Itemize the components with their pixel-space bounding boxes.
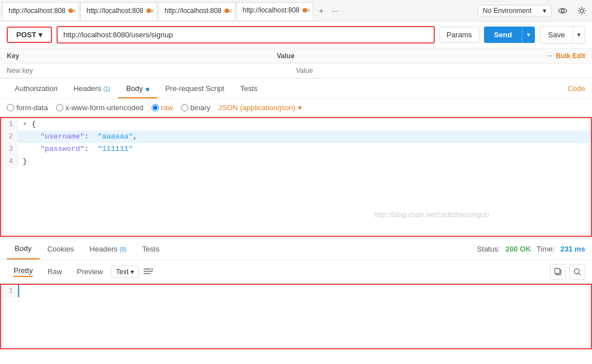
tab-body[interactable]: Body: [118, 79, 157, 98]
more-icon[interactable]: ···: [547, 52, 552, 60]
response-section: Body Cookies Headers (8) Tests Status: 2…: [0, 237, 592, 349]
tab-1[interactable]: http://localhost:808 ✕: [2, 2, 79, 19]
resp-line-1: 1: [1, 285, 591, 297]
binary-option[interactable]: binary: [181, 103, 210, 112]
line-num-4: 4: [1, 155, 18, 168]
add-tab-button[interactable]: +: [314, 4, 328, 18]
raw-tab[interactable]: Raw: [41, 265, 69, 279]
tab-authorization[interactable]: Authorization: [7, 79, 66, 98]
raw-label: Raw: [47, 267, 62, 276]
save-button[interactable]: Save: [539, 26, 573, 44]
tab-tests[interactable]: Tests: [232, 79, 265, 98]
copy-response-button[interactable]: [550, 264, 566, 280]
svg-point-1: [561, 9, 564, 12]
headers-badge: (1): [103, 86, 110, 92]
resp-tab-body[interactable]: Body: [7, 239, 40, 259]
kv-new-key-input[interactable]: [7, 67, 296, 75]
line-content-3: "password": "111111": [18, 143, 591, 155]
response-status: Status: 200 OK Time: 231 ms: [477, 245, 585, 253]
tab-prerequest[interactable]: Pre-request Script: [157, 79, 232, 98]
params-button[interactable]: Params: [439, 27, 479, 43]
binary-radio[interactable]: [181, 104, 188, 111]
tab-headers-label: Headers: [74, 84, 101, 93]
request-body-editor[interactable]: 1 ▾ { 2 "username": "aaaaaa", 3 "passwor…: [0, 117, 592, 237]
svg-point-2: [580, 9, 584, 12]
resp-tab-cookies[interactable]: Cookies: [40, 239, 82, 259]
urlencoded-radio[interactable]: [56, 104, 63, 111]
status-value: 200 OK: [505, 245, 531, 253]
json-type-selector[interactable]: JSON (application/json) ▾: [218, 103, 302, 112]
url-input[interactable]: [57, 26, 435, 44]
eye-icon[interactable]: [555, 3, 571, 19]
tab-3-close[interactable]: ✕: [228, 8, 232, 14]
tab-4[interactable]: http://localhost:808 ✕: [236, 2, 313, 19]
response-body[interactable]: 1: [0, 284, 592, 349]
wrap-button[interactable]: [140, 264, 156, 280]
method-label: POST: [16, 31, 36, 39]
format-label: Text: [116, 268, 128, 276]
format-selector[interactable]: Text ▾: [111, 266, 139, 278]
env-selector[interactable]: No Environment ▾: [478, 5, 551, 16]
collapse-icon[interactable]: ▾: [23, 120, 27, 128]
tab-4-label: http://localhost:808: [243, 6, 299, 14]
kv-table: Key Value ··· Bulk Edit: [0, 49, 592, 79]
code-line-3: 3 "password": "111111": [1, 143, 591, 155]
tab-2-close[interactable]: ✕: [150, 8, 154, 14]
kv-header: Key Value ··· Bulk Edit: [0, 49, 592, 64]
method-selector[interactable]: POST ▾: [7, 27, 52, 43]
resp-tab-tests[interactable]: Tests: [135, 239, 167, 259]
resp-empty-space: [1, 297, 591, 348]
form-data-option[interactable]: form-data: [7, 103, 48, 112]
env-section: No Environment ▾: [478, 3, 590, 19]
line-content-2: "username": "aaaaaa",: [18, 131, 591, 143]
tab-3-label: http://localhost:808: [165, 7, 221, 15]
code-line-4: 4 }: [1, 155, 591, 168]
url-bar: POST ▾ Params Send ▾ Save ▾: [0, 21, 592, 49]
pretty-tab[interactable]: Pretty: [7, 263, 40, 280]
json-type-label: JSON (application/json): [218, 103, 296, 112]
body-type-bar: form-data x-www-form-urlencoded raw bina…: [0, 99, 592, 117]
line-num-1: 1: [1, 118, 18, 131]
tab-1-close[interactable]: ✕: [72, 8, 76, 14]
resp-line-num-1: 1: [1, 285, 18, 297]
search-response-button[interactable]: [569, 264, 585, 280]
val-password: "111111": [98, 145, 133, 153]
gear-icon[interactable]: [574, 3, 590, 19]
preview-tab[interactable]: Preview: [70, 265, 110, 279]
resp-tab-body-label: Body: [15, 244, 32, 253]
raw-label: raw: [161, 103, 173, 112]
code-link[interactable]: Code: [568, 84, 585, 93]
editor-empty-space: [1, 168, 591, 236]
raw-option[interactable]: raw: [152, 103, 173, 112]
tab-headers[interactable]: Headers (1): [66, 79, 118, 98]
svg-line-9: [579, 273, 581, 275]
svg-point-8: [574, 268, 580, 274]
form-data-label: form-data: [16, 103, 48, 112]
kv-new-row: [0, 64, 592, 78]
send-dropdown-button[interactable]: ▾: [522, 27, 535, 43]
form-data-radio[interactable]: [7, 104, 14, 111]
resp-tab-headers[interactable]: Headers (8): [82, 239, 135, 259]
binary-label: binary: [191, 103, 210, 112]
save-dropdown-button[interactable]: ▾: [573, 26, 585, 44]
preview-label: Preview: [77, 267, 103, 276]
tab-2-label: http://localhost:808: [87, 7, 143, 15]
urlencoded-option[interactable]: x-www-form-urlencoded: [56, 103, 144, 112]
send-button[interactable]: Send: [484, 27, 522, 43]
status-label: Status:: [477, 245, 500, 253]
env-chevron: ▾: [543, 7, 546, 15]
format-chevron: ▾: [131, 268, 134, 276]
kv-new-value-input[interactable]: [296, 67, 586, 75]
raw-radio[interactable]: [152, 104, 159, 111]
kv-actions: ··· Bulk Edit: [547, 52, 585, 60]
more-tabs-button[interactable]: ···: [328, 4, 342, 18]
time-label: Time:: [537, 245, 555, 253]
tab-3[interactable]: http://localhost:808 ✕: [158, 2, 235, 19]
send-group: Send ▾: [484, 27, 535, 43]
response-actions: [550, 264, 585, 280]
tab-2[interactable]: http://localhost:808 ✕: [80, 2, 157, 19]
tab-4-close[interactable]: ✕: [306, 7, 310, 14]
code-line-1: 1 ▾ {: [1, 118, 591, 131]
save-group: Save ▾: [539, 26, 585, 44]
bulk-edit-link[interactable]: Bulk Edit: [556, 52, 585, 60]
